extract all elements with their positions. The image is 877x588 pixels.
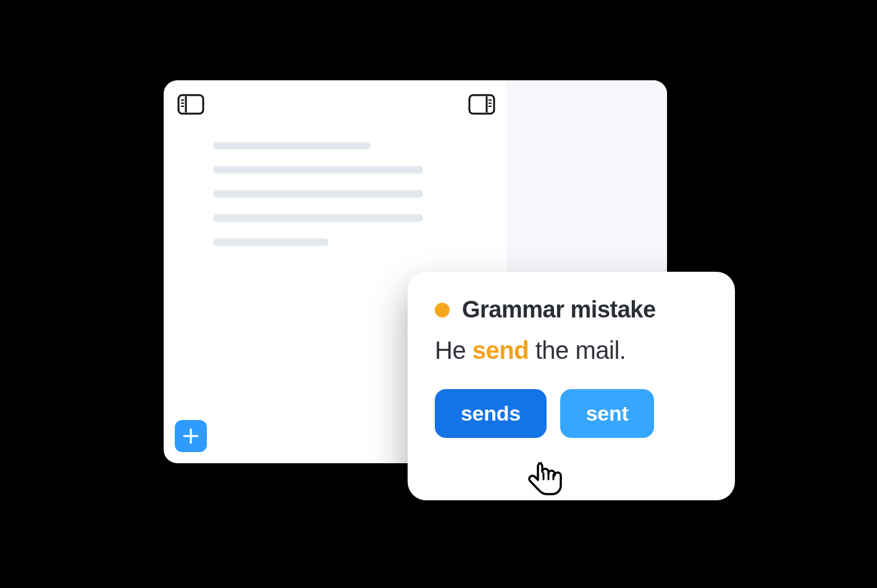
sentence-before: He [435,337,472,364]
example-sentence: He send the mail. [435,337,708,364]
content-line [213,142,371,149]
status-dot-icon [435,303,450,317]
svg-rect-0 [178,95,203,114]
panel-right-icon[interactable] [468,94,495,115]
plus-icon [182,427,200,445]
sentence-highlighted-word: send [472,337,529,364]
add-button[interactable] [175,420,207,452]
content-line [213,214,423,222]
content-line [213,190,423,198]
suggestion-buttons: sends sent [435,389,708,438]
content-line [213,238,329,246]
content-line [213,166,423,174]
panel-left-icon[interactable] [177,94,204,115]
sentence-after: the mail. [529,337,626,364]
grammar-suggestion-card: Grammar mistake He send the mail. sends … [408,272,735,500]
suggestion-title: Grammar mistake [462,296,656,323]
suggestion-sent-button[interactable]: sent [560,389,655,438]
svg-rect-5 [469,95,494,114]
document-content-placeholder [213,142,423,246]
suggestion-sends-button[interactable]: sends [435,389,547,438]
